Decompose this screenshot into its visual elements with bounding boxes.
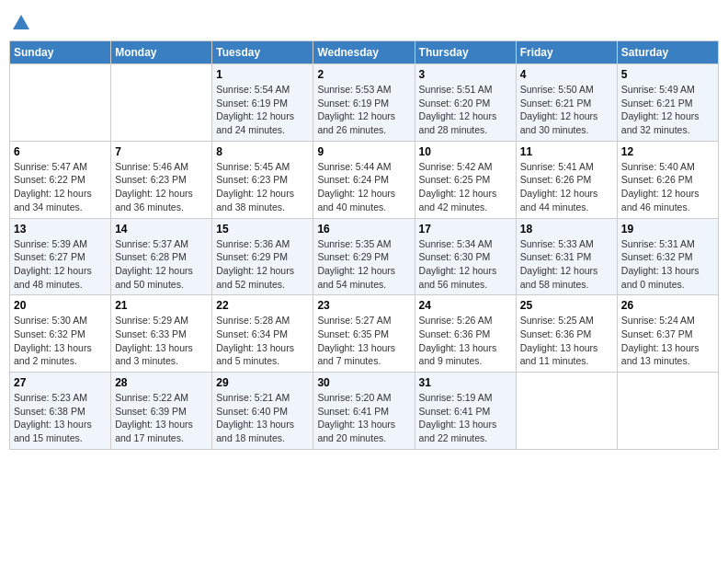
- day-of-week-header: Sunday: [10, 41, 111, 64]
- day-info: Sunrise: 5:42 AMSunset: 6:25 PMDaylight:…: [419, 160, 512, 214]
- day-number: 28: [115, 376, 208, 389]
- day-number: 20: [14, 299, 107, 312]
- calendar-day-cell: [617, 373, 718, 450]
- day-number: 25: [520, 299, 613, 312]
- day-number: 2: [317, 68, 410, 81]
- calendar-day-cell: 15Sunrise: 5:36 AMSunset: 6:29 PMDayligh…: [212, 218, 313, 295]
- calendar-table: SundayMondayTuesdayWednesdayThursdayFrid…: [9, 40, 719, 450]
- calendar-day-cell: 3Sunrise: 5:51 AMSunset: 6:20 PMDaylight…: [415, 64, 516, 142]
- day-info: Sunrise: 5:40 AMSunset: 6:26 PMDaylight:…: [621, 160, 714, 214]
- day-number: 13: [14, 223, 107, 236]
- day-number: 23: [317, 299, 410, 312]
- calendar-day-cell: 27Sunrise: 5:23 AMSunset: 6:38 PMDayligh…: [10, 373, 111, 450]
- calendar-day-cell: 25Sunrise: 5:25 AMSunset: 6:36 PMDayligh…: [516, 295, 617, 373]
- day-of-week-header: Monday: [111, 41, 212, 64]
- calendar-day-cell: 5Sunrise: 5:49 AMSunset: 6:21 PMDaylight…: [617, 64, 718, 142]
- day-info: Sunrise: 5:20 AMSunset: 6:41 PMDaylight:…: [317, 391, 410, 445]
- calendar-day-cell: 4Sunrise: 5:50 AMSunset: 6:21 PMDaylight…: [516, 64, 617, 142]
- day-info: Sunrise: 5:24 AMSunset: 6:37 PMDaylight:…: [621, 314, 714, 368]
- logo-icon: [11, 13, 31, 33]
- day-number: 8: [216, 145, 309, 158]
- day-number: 11: [520, 145, 613, 158]
- calendar-day-cell: 9Sunrise: 5:44 AMSunset: 6:24 PMDaylight…: [313, 141, 415, 218]
- day-number: 6: [14, 145, 107, 158]
- day-number: 16: [317, 223, 410, 236]
- calendar-day-cell: 1Sunrise: 5:54 AMSunset: 6:19 PMDaylight…: [212, 64, 313, 142]
- day-info: Sunrise: 5:21 AMSunset: 6:40 PMDaylight:…: [216, 391, 309, 445]
- day-info: Sunrise: 5:29 AMSunset: 6:33 PMDaylight:…: [115, 314, 208, 368]
- day-number: 14: [115, 223, 208, 236]
- calendar-week-row: 13Sunrise: 5:39 AMSunset: 6:27 PMDayligh…: [10, 218, 719, 295]
- calendar-day-cell: 26Sunrise: 5:24 AMSunset: 6:37 PMDayligh…: [617, 295, 718, 373]
- day-of-week-header: Tuesday: [212, 41, 313, 64]
- calendar-day-cell: 17Sunrise: 5:34 AMSunset: 6:30 PMDayligh…: [415, 218, 516, 295]
- day-number: 26: [621, 299, 714, 312]
- day-info: Sunrise: 5:47 AMSunset: 6:22 PMDaylight:…: [14, 160, 107, 214]
- calendar-day-cell: 21Sunrise: 5:29 AMSunset: 6:33 PMDayligh…: [111, 295, 212, 373]
- calendar-header-row: SundayMondayTuesdayWednesdayThursdayFrid…: [10, 41, 719, 64]
- calendar-day-cell: 6Sunrise: 5:47 AMSunset: 6:22 PMDaylight…: [10, 141, 111, 218]
- day-info: Sunrise: 5:45 AMSunset: 6:23 PMDaylight:…: [216, 160, 309, 214]
- calendar-day-cell: [516, 373, 617, 450]
- calendar-day-cell: 2Sunrise: 5:53 AMSunset: 6:19 PMDaylight…: [313, 64, 415, 142]
- day-info: Sunrise: 5:30 AMSunset: 6:32 PMDaylight:…: [14, 314, 107, 368]
- day-info: Sunrise: 5:22 AMSunset: 6:39 PMDaylight:…: [115, 391, 208, 445]
- logo: [9, 13, 31, 33]
- day-info: Sunrise: 5:46 AMSunset: 6:23 PMDaylight:…: [115, 160, 208, 214]
- day-info: Sunrise: 5:27 AMSunset: 6:35 PMDaylight:…: [317, 314, 410, 368]
- day-info: Sunrise: 5:31 AMSunset: 6:32 PMDaylight:…: [621, 237, 714, 292]
- day-number: 15: [216, 223, 309, 236]
- day-info: Sunrise: 5:28 AMSunset: 6:34 PMDaylight:…: [216, 314, 309, 368]
- day-number: 18: [520, 223, 613, 236]
- day-number: 29: [216, 376, 309, 389]
- day-info: Sunrise: 5:51 AMSunset: 6:20 PMDaylight:…: [419, 83, 512, 137]
- day-number: 7: [115, 145, 208, 158]
- day-info: Sunrise: 5:50 AMSunset: 6:21 PMDaylight:…: [520, 83, 613, 137]
- day-info: Sunrise: 5:54 AMSunset: 6:19 PMDaylight:…: [216, 83, 309, 137]
- day-of-week-header: Friday: [516, 41, 617, 64]
- day-of-week-header: Wednesday: [313, 41, 415, 64]
- calendar-day-cell: 7Sunrise: 5:46 AMSunset: 6:23 PMDaylight…: [111, 141, 212, 218]
- calendar-day-cell: [111, 64, 212, 142]
- day-info: Sunrise: 5:33 AMSunset: 6:31 PMDaylight:…: [520, 237, 613, 292]
- calendar-day-cell: 16Sunrise: 5:35 AMSunset: 6:29 PMDayligh…: [313, 218, 415, 295]
- day-number: 5: [621, 68, 714, 81]
- calendar-day-cell: 8Sunrise: 5:45 AMSunset: 6:23 PMDaylight…: [212, 141, 313, 218]
- calendar-day-cell: 22Sunrise: 5:28 AMSunset: 6:34 PMDayligh…: [212, 295, 313, 373]
- day-info: Sunrise: 5:39 AMSunset: 6:27 PMDaylight:…: [14, 237, 107, 292]
- calendar-week-row: 6Sunrise: 5:47 AMSunset: 6:22 PMDaylight…: [10, 141, 719, 218]
- day-of-week-header: Saturday: [617, 41, 718, 64]
- day-info: Sunrise: 5:35 AMSunset: 6:29 PMDaylight:…: [317, 237, 410, 292]
- day-of-week-header: Thursday: [415, 41, 516, 64]
- calendar-day-cell: 19Sunrise: 5:31 AMSunset: 6:32 PMDayligh…: [617, 218, 718, 295]
- day-number: 19: [621, 223, 714, 236]
- calendar-day-cell: 14Sunrise: 5:37 AMSunset: 6:28 PMDayligh…: [111, 218, 212, 295]
- calendar-day-cell: 18Sunrise: 5:33 AMSunset: 6:31 PMDayligh…: [516, 218, 617, 295]
- day-number: 3: [419, 68, 512, 81]
- day-number: 4: [520, 68, 613, 81]
- day-number: 24: [419, 299, 512, 312]
- day-info: Sunrise: 5:53 AMSunset: 6:19 PMDaylight:…: [317, 83, 410, 137]
- day-number: 9: [317, 145, 410, 158]
- day-number: 12: [621, 145, 714, 158]
- calendar-day-cell: 28Sunrise: 5:22 AMSunset: 6:39 PMDayligh…: [111, 373, 212, 450]
- day-info: Sunrise: 5:25 AMSunset: 6:36 PMDaylight:…: [520, 314, 613, 368]
- calendar-day-cell: 23Sunrise: 5:27 AMSunset: 6:35 PMDayligh…: [313, 295, 415, 373]
- day-info: Sunrise: 5:36 AMSunset: 6:29 PMDaylight:…: [216, 237, 309, 292]
- day-info: Sunrise: 5:49 AMSunset: 6:21 PMDaylight:…: [621, 83, 714, 137]
- calendar-day-cell: 20Sunrise: 5:30 AMSunset: 6:32 PMDayligh…: [10, 295, 111, 373]
- calendar-day-cell: 10Sunrise: 5:42 AMSunset: 6:25 PMDayligh…: [415, 141, 516, 218]
- day-number: 27: [14, 376, 107, 389]
- day-number: 30: [317, 376, 410, 389]
- day-number: 1: [216, 68, 309, 81]
- calendar-week-row: 1Sunrise: 5:54 AMSunset: 6:19 PMDaylight…: [10, 64, 719, 142]
- svg-marker-0: [13, 15, 29, 29]
- day-info: Sunrise: 5:37 AMSunset: 6:28 PMDaylight:…: [115, 237, 208, 292]
- calendar-day-cell: 29Sunrise: 5:21 AMSunset: 6:40 PMDayligh…: [212, 373, 313, 450]
- day-number: 31: [419, 376, 512, 389]
- day-info: Sunrise: 5:34 AMSunset: 6:30 PMDaylight:…: [419, 237, 512, 292]
- day-info: Sunrise: 5:41 AMSunset: 6:26 PMDaylight:…: [520, 160, 613, 214]
- day-number: 10: [419, 145, 512, 158]
- day-number: 21: [115, 299, 208, 312]
- day-info: Sunrise: 5:19 AMSunset: 6:41 PMDaylight:…: [419, 391, 512, 445]
